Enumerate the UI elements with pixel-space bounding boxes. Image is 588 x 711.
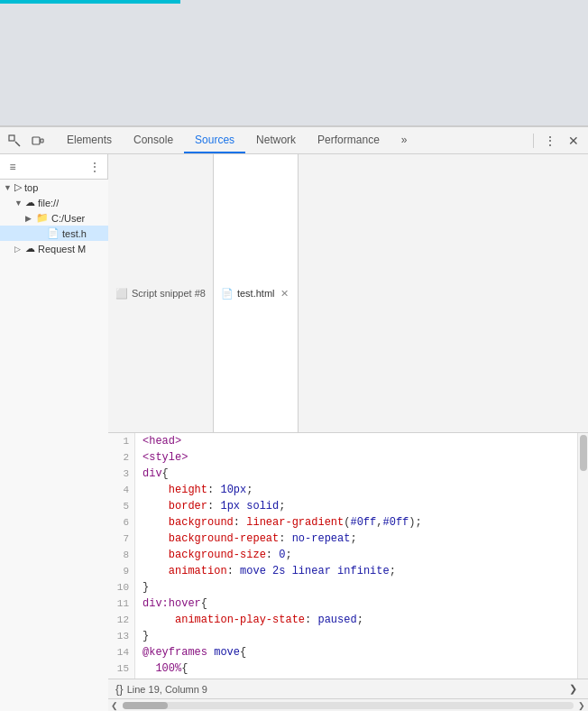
code-line-6: background: linear-gradient(#0ff,#0ff); (142, 514, 570, 531)
tab-elements[interactable]: Elements (56, 127, 123, 153)
more-options-btn[interactable]: ⋮ (539, 130, 561, 152)
devtools-toolbar: Elements Console Sources Network Perform… (0, 127, 588, 154)
ln-6: 6 (114, 514, 129, 531)
tab-console[interactable]: Console (123, 127, 184, 153)
file-tabs: ⬜ Script snippet #8 📄 test.html ✕ (108, 154, 588, 433)
ln-7: 7 (114, 531, 129, 547)
frame-icon: ▷ (14, 181, 22, 193)
file-icon-testhtml: 📄 (47, 227, 60, 239)
devtools-icons-left (4, 130, 49, 152)
ln-11: 11 (114, 596, 129, 612)
sidebar-menu-icon[interactable]: ≡ (4, 158, 22, 176)
devtools-toolbar-right: ⋮ ✕ (529, 130, 584, 152)
ln-12: 12 (114, 612, 129, 628)
tree-label-requestm: Request M (38, 244, 86, 254)
code-line-4: height: 10px; (142, 482, 570, 498)
file-tab-close-btn[interactable]: ✕ (279, 287, 290, 300)
code-line-10: } (142, 579, 570, 596)
browser-chrome (0, 0, 588, 126)
braces-icon[interactable]: {} (115, 682, 124, 696)
tree-arrow-top: ▼ (4, 183, 14, 192)
code-content[interactable]: 1 2 3 4 5 6 7 8 9 10 11 12 13 (108, 433, 588, 679)
status-bar-right: ❯ (565, 681, 581, 697)
code-line-12: animation-play-state: paused; (142, 612, 570, 628)
code-editor: 1 2 3 4 5 6 7 8 9 10 11 12 13 (108, 433, 588, 711)
file-tab-label-script: Script snippet #8 (132, 288, 206, 299)
progress-bar (0, 0, 180, 4)
ln-5: 5 (114, 498, 129, 514)
h-scroll-right-btn[interactable]: ❯ (575, 699, 588, 712)
sidebar-toolbar: ≡ ⋮ (0, 154, 107, 180)
h-scroll-left-btn[interactable]: ❮ (108, 699, 121, 712)
svg-rect-2 (32, 137, 40, 144)
code-text[interactable]: <head> <style> div{ height: 10px; border… (135, 433, 577, 679)
ln-14: 14 (114, 644, 129, 660)
code-line-14: @keyframes move{ (142, 644, 570, 660)
tree-item-requestm[interactable]: ▷ ☁ Request M (0, 241, 108, 256)
file-tab-label-testhtml: test.html (237, 288, 275, 299)
svg-rect-3 (41, 139, 43, 143)
code-line-1: <head> (142, 433, 570, 449)
file-tab-test-html[interactable]: 📄 test.html ✕ (214, 154, 299, 432)
ln-15: 15 (114, 660, 129, 677)
inspect-icon-btn[interactable] (4, 130, 25, 152)
code-line-13: } (142, 628, 570, 644)
origin-icon-requestm: ☁ (25, 243, 35, 254)
device-icon-btn[interactable] (27, 130, 49, 152)
status-bar-left: {} Line 19, Column 9 (115, 682, 207, 696)
tab-performance[interactable]: Performance (307, 127, 390, 153)
origin-icon-file: ☁ (25, 197, 35, 208)
tree-label-file: file:// (38, 198, 59, 208)
tree-item-testhtml[interactable]: 📄 test.h (0, 226, 108, 241)
ln-13: 13 (114, 628, 129, 644)
code-line-7: background-repeat: no-repeat; (142, 531, 570, 547)
svg-rect-0 (9, 135, 14, 141)
code-line-5: border: 1px solid; (142, 498, 570, 514)
tree-arrow-cuser: ▶ (25, 214, 36, 223)
code-line-15: 100%{ (142, 660, 570, 677)
ln-2: 2 (114, 449, 129, 466)
code-line-2: <style> (142, 449, 570, 466)
ln-8: 8 (114, 547, 129, 563)
tree-label-cuser: C:/User (51, 213, 85, 224)
ln-4: 4 (114, 482, 129, 498)
ln-1: 1 (114, 433, 129, 449)
tree-item-top[interactable]: ▼ ▷ top (0, 180, 108, 195)
tree-arrow-requestm: ▷ (14, 245, 25, 254)
ln-9: 9 (114, 563, 129, 579)
line-numbers: 1 2 3 4 5 6 7 8 9 10 11 12 13 (108, 433, 135, 679)
scrollbar-thumb[interactable] (580, 435, 587, 471)
tab-network[interactable]: Network (245, 127, 307, 153)
folder-icon-cuser: 📁 (36, 212, 49, 224)
code-line-3: div{ (142, 466, 570, 482)
tab-more[interactable]: » (390, 127, 418, 153)
sidebar-more-icon[interactable]: ⋮ (86, 158, 104, 176)
code-line-9: animation: move 2s linear infinite; (142, 563, 570, 579)
tree-arrow-file: ▼ (14, 199, 25, 208)
devtools-panel: Elements Console Sources Network Perform… (0, 126, 588, 711)
sources-left-col: ≡ ⋮ ▼ ▷ top ▼ ☁ file:// (0, 154, 108, 711)
file-tree: ▼ ▷ top ▼ ☁ file:// ▶ 📁 C:/User (0, 180, 108, 711)
h-scroll-track[interactable] (123, 702, 574, 709)
devtools-tabs: Elements Console Sources Network Perform… (56, 127, 529, 153)
ln-3: 3 (114, 466, 129, 482)
svg-line-1 (15, 142, 20, 146)
bottom-scrollbar: ❮ ❯ (108, 698, 588, 711)
code-line-8: background-size: 0; (142, 547, 570, 563)
code-line-11: div:hover{ (142, 596, 570, 612)
sources-panel: ≡ ⋮ ▼ ▷ top ▼ ☁ file:// (0, 154, 588, 711)
divider (533, 134, 534, 148)
tree-label-testhtml: test.h (62, 228, 87, 239)
code-lines: 1 2 3 4 5 6 7 8 9 10 11 12 13 (108, 433, 588, 679)
tab-sources[interactable]: Sources (184, 127, 245, 153)
status-bar: {} Line 19, Column 9 ❯ (108, 679, 588, 698)
tree-item-file[interactable]: ▼ ☁ file:// (0, 195, 108, 210)
h-scroll-thumb[interactable] (123, 702, 168, 709)
html-file-icon: 📄 (221, 288, 234, 300)
scroll-right-btn[interactable]: ❯ (565, 681, 581, 697)
script-snippet-icon: ⬜ (115, 288, 128, 300)
close-devtools-btn[interactable]: ✕ (563, 130, 584, 152)
vertical-scrollbar[interactable] (577, 433, 588, 679)
tree-item-cuser[interactable]: ▶ 📁 C:/User (0, 210, 108, 226)
file-tab-script-snippet[interactable]: ⬜ Script snippet #8 (108, 154, 214, 432)
